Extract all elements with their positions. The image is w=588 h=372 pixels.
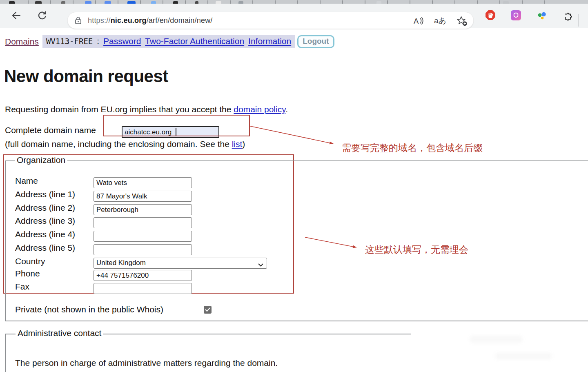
back-arrow-icon [11, 10, 22, 21]
tab-separator [454, 0, 455, 4]
admin-contact-fieldset: Administrative contact The person in cha… [5, 334, 411, 372]
domain-name-hint: (full domain name, including the enclosi… [5, 139, 245, 149]
nav-link-domains[interactable]: Domains [5, 37, 39, 47]
tab-separator [118, 0, 118, 4]
tab-separator [73, 0, 74, 4]
toolbar-divider [578, 14, 579, 27]
org-name-input[interactable] [94, 177, 192, 188]
nav-link-password[interactable]: Password [103, 36, 141, 46]
name-label: Name [15, 176, 38, 186]
annotation-note-domain: 需要写完整的域名，包含域名后缀 [342, 142, 483, 154]
tab-separator [342, 0, 343, 4]
tab-separator [50, 0, 51, 4]
domain-policy-link[interactable]: domain policy [234, 105, 285, 114]
check-icon [205, 307, 210, 312]
chatgpt-extension-icon[interactable] [511, 10, 521, 20]
adblock-extension-icon[interactable] [486, 10, 495, 20]
private-checkbox[interactable] [204, 306, 212, 314]
page-title: New domain request [4, 67, 168, 86]
tab-separator [28, 0, 29, 4]
tab-separator [432, 0, 433, 4]
tab-separator [185, 0, 186, 4]
org-address3-input[interactable] [94, 217, 192, 228]
address5-label: Address (line 5) [15, 243, 75, 253]
fax-label: Fax [15, 282, 29, 292]
country-select[interactable]: United Kingdom [94, 258, 267, 269]
admin-contact-legend: Administrative contact [16, 328, 103, 338]
nav-link-information[interactable]: Information [248, 36, 291, 46]
tab-separator [544, 0, 545, 4]
org-address1-input[interactable] [94, 191, 192, 202]
org-fax-input[interactable] [94, 283, 192, 294]
separator-colon: : [97, 36, 99, 46]
tab-separator [140, 0, 141, 4]
translate-icon[interactable]: aあ [433, 16, 448, 27]
tab-separator [320, 0, 321, 4]
nav-link-two-factor[interactable]: Two-Factor Authentication [145, 36, 244, 46]
phone-label: Phone [15, 269, 40, 278]
chevron-down-icon [258, 261, 263, 269]
address1-label: Address (line 1) [15, 189, 75, 199]
tab-separator [252, 0, 253, 4]
tab-separator [499, 0, 500, 4]
extensions-puzzle-icon[interactable] [563, 10, 573, 21]
smudge-mark [470, 336, 523, 343]
tab-strip [0, 0, 588, 4]
intro-text: Requesting domain from EU.org implies th… [5, 105, 288, 114]
tab-separator [230, 0, 231, 4]
org-address4-input[interactable] [94, 231, 192, 242]
lock-icon[interactable] [74, 16, 82, 25]
country-label: Country [15, 256, 45, 266]
tab-separator [207, 0, 208, 4]
account-id: WV113-FREE [46, 37, 93, 46]
organization-fieldset: Organization Name Address (line 1) Addre… [5, 160, 588, 321]
read-aloud-icon[interactable]: A [413, 16, 424, 27]
admin-contact-description: The person in charge of administrative m… [15, 358, 278, 368]
tab-separator [387, 0, 388, 4]
domain-list-link[interactable]: list [232, 139, 243, 149]
url-text[interactable]: https://nic.eu.org/arf/en/domain/new/ [88, 16, 213, 25]
address4-label: Address (line 4) [15, 229, 75, 239]
annotation-box-domain [103, 115, 250, 136]
tab-separator [275, 0, 276, 4]
back-button[interactable] [9, 9, 23, 22]
country-selected-value: United Kingdom [96, 259, 146, 267]
tab-separator [365, 0, 365, 4]
account-nav: Domains WV113-FREE : Password Two-Factor… [5, 35, 334, 48]
org-phone-input[interactable] [94, 270, 192, 281]
google-extension-icon[interactable] [537, 10, 547, 21]
tab-separator [95, 0, 96, 4]
refresh-icon [37, 11, 47, 21]
browser-toolbar: https://nic.eu.org/arf/en/domain/new/ A … [0, 4, 588, 28]
refresh-button[interactable] [35, 9, 49, 22]
account-strip: WV113-FREE : Password Two-Factor Authent… [42, 35, 295, 48]
address-bar[interactable]: https://nic.eu.org/arf/en/domain/new/ A … [67, 12, 474, 29]
address2-label: Address (line 2) [15, 203, 75, 213]
organization-legend: Organization [15, 155, 67, 165]
tab-separator [410, 0, 410, 4]
favorites-star-icon[interactable] [457, 16, 468, 27]
tab-separator [477, 0, 478, 4]
smudge-mark [495, 353, 552, 359]
address3-label: Address (line 3) [15, 216, 75, 226]
tab-separator [163, 0, 163, 4]
browser-window: https://nic.eu.org/arf/en/domain/new/ A … [0, 0, 588, 372]
svg-text:A: A [414, 17, 419, 25]
domain-name-label: Complete domain name [5, 125, 96, 135]
annotation-note-defaults: 这些默认填写，无需理会 [365, 243, 468, 256]
tab-separator [522, 0, 523, 4]
org-address5-input[interactable] [94, 244, 192, 255]
tab-separator [297, 0, 298, 4]
logout-button[interactable]: Logout [297, 35, 334, 48]
org-address2-input[interactable] [94, 204, 192, 215]
private-label: Private (not shown in the public Whois) [15, 305, 163, 314]
